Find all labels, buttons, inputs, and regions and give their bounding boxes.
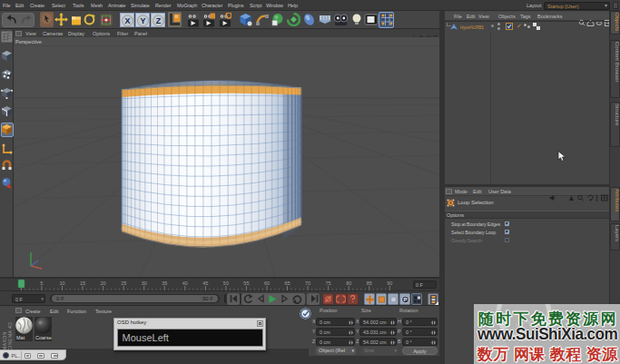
svg-text:45: 45 <box>202 280 208 286</box>
svg-text:X: X <box>124 15 130 25</box>
svg-text:15: 15 <box>80 280 85 286</box>
svg-text:Z: Z <box>156 15 162 25</box>
svg-text:40: 40 <box>182 280 188 286</box>
svg-text:35: 35 <box>162 280 167 286</box>
svg-text:60: 60 <box>264 280 270 286</box>
svg-text:5: 5 <box>40 280 43 286</box>
svg-text:50: 50 <box>223 280 229 286</box>
svg-text:70: 70 <box>305 280 310 286</box>
svg-text:10: 10 <box>59 280 64 286</box>
svg-text:85: 85 <box>367 280 372 286</box>
svg-text:P: P <box>403 297 407 302</box>
svg-text:65: 65 <box>284 280 290 286</box>
svg-text:55: 55 <box>243 280 249 286</box>
svg-text:90: 90 <box>387 280 392 286</box>
svg-text:25: 25 <box>121 280 126 286</box>
svg-text:75: 75 <box>326 280 331 286</box>
svg-text:20: 20 <box>101 280 106 286</box>
svg-text:80: 80 <box>346 280 351 286</box>
svg-text:30: 30 <box>142 280 147 286</box>
svg-text:Y: Y <box>140 15 145 25</box>
